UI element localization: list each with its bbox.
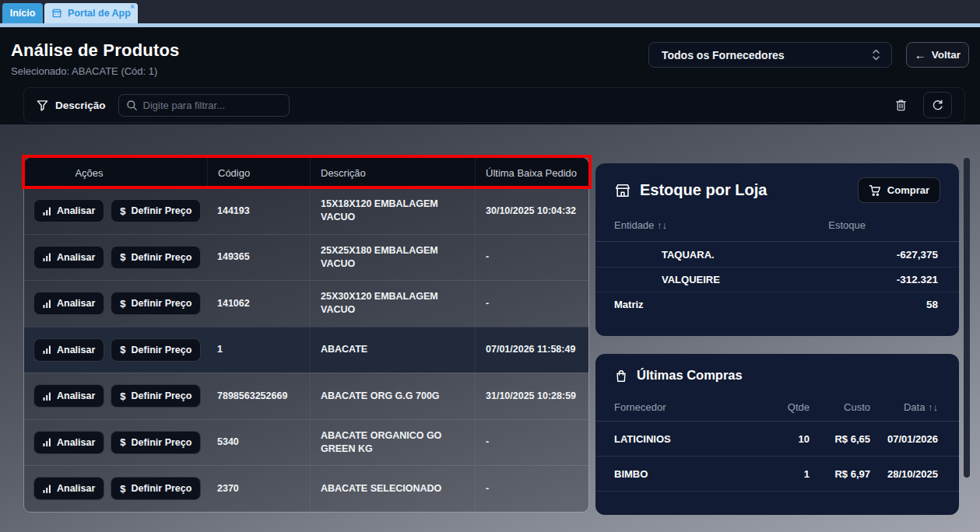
search-icon [126,100,138,111]
search-input[interactable] [143,100,282,111]
tab-bar-underline [0,23,980,27]
column-header-data[interactable]: Data ↑↓ [870,401,938,413]
analyze-button[interactable]: Analisar [33,477,104,500]
filter-field-label: Descrição [37,100,106,111]
tab-portal-de-app[interactable]: Portal de App × [44,3,138,23]
stock-row[interactable]: Matriz 58 [595,292,959,317]
purchase-qty: 1 [763,468,810,480]
column-header-custo[interactable]: Custo [810,401,870,413]
purchase-cost: R$ 6,65 [810,433,870,445]
storefront-icon [51,8,62,19]
shopping-bag-icon [614,369,628,383]
analyze-button[interactable]: Analisar [33,199,104,222]
column-header-ultima-baixa[interactable]: Última Baixa Pedido [475,158,589,187]
product-table-row[interactable]: Analisar $ Definir Preço 5340 ABACATE OR… [24,419,588,466]
tab-inicio-label: Início [10,8,36,19]
set-price-button[interactable]: $ Definir Preço [111,384,201,408]
buy-button[interactable]: Comprar [858,177,940,203]
product-table-row[interactable]: Analisar $ Definir Preço 2370 ABACATE SE… [24,465,588,512]
set-price-button[interactable]: $ Definir Preço [111,477,201,500]
close-tab-icon[interactable]: × [130,3,135,11]
purchases-panel-title: Últimas Compras [614,368,743,383]
purchase-row[interactable]: LATICINIOS 10 R$ 6,65 07/01/2026 [595,422,959,457]
product-description-cell: ABACATE ORG G.G 700G [310,373,475,419]
cart-icon [869,184,881,197]
purchase-row[interactable]: BIMBO 1 R$ 6,97 28/10/2025 [595,457,959,492]
purchases-table-header: Fornecedor Qtde Custo Data ↑↓ [595,401,959,413]
supplier-select[interactable]: Todos os Fornecedores [648,42,892,68]
analyze-button[interactable]: Analisar [33,384,104,408]
product-code-cell: 149365 [207,235,310,281]
product-description-cell: 15X18X120 EMBALAGEM VACUO [310,188,475,234]
bar-chart-icon [43,253,51,261]
back-button[interactable]: ← Voltar [906,42,969,68]
dollar-icon: $ [120,344,125,355]
dollar-icon: $ [120,436,125,448]
trash-button[interactable] [894,98,908,112]
last-order-cell: - [475,235,589,281]
top-header-zone: Início Portal de App × Análise de Produt… [0,0,980,124]
product-code-cell: 141062 [207,281,310,327]
product-code-cell: 1 [207,327,310,373]
tab-portal-label: Portal de App [68,8,131,19]
bar-chart-icon [43,392,51,401]
product-description-cell: 25X25X180 EMBALAGEM VACUO [310,235,475,281]
actions-cell: Analisar $ Definir Preço [24,373,207,419]
vertical-scrollbar[interactable] [964,158,970,478]
back-button-label: Voltar [932,49,961,61]
product-description-cell: 25X30X120 EMBALAGEM VACUO [310,281,475,327]
set-price-button[interactable]: $ Definir Preço [111,338,201,362]
actions-cell: Analisar $ Definir Preço [24,235,207,281]
set-price-button[interactable]: $ Definir Preço [111,246,201,269]
column-header-entidade[interactable]: Entidade ↑↓ [614,219,667,231]
last-order-cell: 30/10/2025 10:04:32 [475,188,589,234]
set-price-button[interactable]: $ Definir Preço [111,431,201,454]
product-table-row[interactable]: Analisar $ Definir Preço 1 ABACATE 07/01… [24,327,588,373]
purchases-table-body: LATICINIOS 10 R$ 6,65 07/01/2026 BIMBO 1… [595,422,959,492]
bar-chart-icon [43,207,51,215]
column-header-codigo[interactable]: Código [207,158,310,187]
supplier-select-value: Todos os Fornecedores [662,49,872,61]
analyze-button[interactable]: Analisar [33,338,104,362]
product-description-cell: ABACATE SELECIONADO [310,466,475,512]
product-table-row[interactable]: Analisar $ Definir Preço 149365 25X25X18… [24,234,588,281]
dollar-icon: $ [120,483,125,495]
set-price-button[interactable]: $ Definir Preço [111,292,201,315]
stock-value: -312.321 [897,274,938,285]
dollar-icon: $ [120,298,125,310]
analyze-button[interactable]: Analisar [33,246,104,269]
stock-row[interactable]: VALQUEIRE -312.321 [595,267,959,292]
dollar-icon: $ [120,251,125,263]
column-header-descricao[interactable]: Descrição [310,158,475,187]
last-purchases-panel: Últimas Compras Fornecedor Qtde Custo Da… [595,354,959,515]
purchase-cost: R$ 6,97 [810,468,870,480]
actions-cell: Analisar $ Definir Preço [24,466,207,512]
selected-product-subtitle: Selecionado: ABACATE (Cód: 1) [11,65,157,77]
last-order-cell: 07/01/2026 11:58:49 [475,327,589,373]
filter-bar: Descrição [23,87,965,123]
column-header-qtde[interactable]: Qtde [763,401,810,413]
select-chevron-icon [872,48,880,61]
set-price-button[interactable]: $ Definir Preço [111,199,201,222]
dollar-icon: $ [120,390,125,402]
product-table-row[interactable]: Analisar $ Definir Preço 144193 15X18X12… [24,187,588,234]
bar-chart-icon [43,485,51,493]
product-table-row[interactable]: Analisar $ Definir Preço 141062 25X30X12… [24,280,588,327]
column-header-fornecedor[interactable]: Fornecedor [614,401,763,413]
stock-panel-title: Estoque por Loja [614,181,767,199]
stock-row[interactable]: TAQUARA. -627,375 [595,242,959,267]
analyze-button[interactable]: Analisar [33,431,104,454]
column-header-acoes[interactable]: Ações [24,167,207,179]
product-code-cell: 7898563252669 [207,373,310,419]
bar-chart-icon [43,345,51,354]
product-table-row[interactable]: Analisar $ Definir Preço 7898563252669 A… [24,373,588,419]
analyze-button[interactable]: Analisar [33,292,104,315]
stock-table-header: Entidade ↑↓ Estoque [595,219,959,238]
last-order-cell: - [475,420,589,466]
actions-cell: Analisar $ Definir Preço [24,327,207,373]
actions-cell: Analisar $ Definir Preço [24,281,207,327]
products-table-body: Analisar $ Definir Preço 144193 15X18X12… [24,187,588,512]
refresh-button[interactable] [923,92,952,118]
tab-inicio[interactable]: Início [2,3,43,23]
column-header-estoque[interactable]: Estoque [828,219,866,231]
